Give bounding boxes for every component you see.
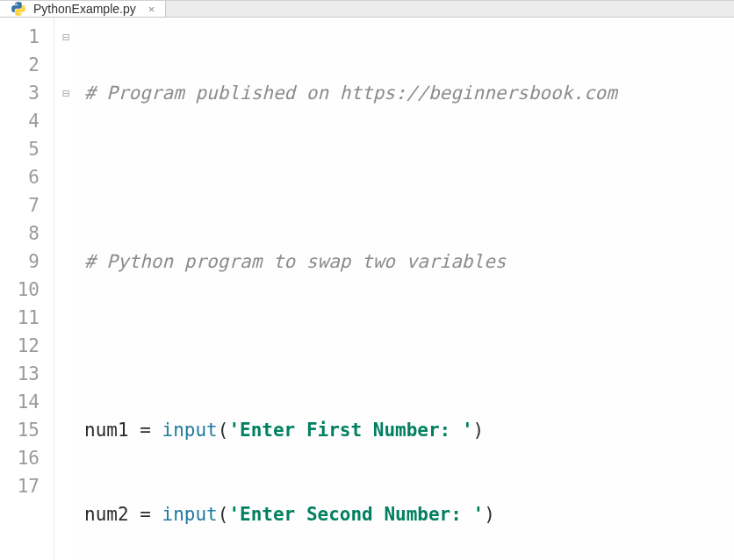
code-line — [84, 332, 734, 360]
line-number: 6 — [0, 163, 54, 191]
code-line: num1 = input('Enter First Number: ') — [84, 416, 734, 444]
code-line: # Python program to swap two variables — [84, 248, 734, 276]
fold-marker[interactable]: ⊟ — [54, 79, 77, 107]
tab-bar: PythonExample.py × — [0, 1, 734, 18]
line-number: 17 — [0, 472, 54, 500]
line-number: 15 — [0, 416, 54, 444]
tab-filename: PythonExample.py — [33, 2, 136, 16]
line-number: 4 — [0, 107, 54, 135]
line-number: 12 — [0, 332, 54, 360]
line-number: 11 — [0, 304, 54, 332]
line-number: 13 — [0, 360, 54, 388]
line-number-gutter: 1 2 3 4 5 6 7 8 9 10 11 12 13 14 15 16 1… — [0, 18, 54, 560]
line-number: 16 — [0, 444, 54, 472]
line-number: 2 — [0, 51, 54, 79]
line-number: 10 — [0, 276, 54, 304]
line-number: 1 — [0, 23, 54, 51]
file-tab[interactable]: PythonExample.py × — [0, 1, 166, 17]
fold-column: ⊟ ⊟ — [54, 18, 77, 560]
code-area[interactable]: 1 2 3 4 5 6 7 8 9 10 11 12 13 14 15 16 1… — [0, 18, 734, 560]
line-number: 7 — [0, 191, 54, 219]
code-content[interactable]: # Program published on https://beginners… — [77, 18, 734, 560]
code-line: num2 = input('Enter Second Number: ') — [84, 500, 734, 528]
line-number: 14 — [0, 388, 54, 416]
code-line — [84, 163, 734, 191]
line-number: 3 — [0, 79, 54, 107]
line-number: 9 — [0, 248, 54, 276]
line-number: 8 — [0, 219, 54, 248]
line-number: 5 — [0, 135, 54, 163]
editor-container: PythonExample.py × 1 2 3 4 5 6 7 8 9 10 … — [0, 0, 734, 560]
fold-marker[interactable]: ⊟ — [54, 23, 77, 51]
python-icon — [11, 1, 26, 17]
code-line: # Program published on https://beginners… — [84, 79, 734, 107]
close-icon[interactable]: × — [148, 3, 155, 16]
